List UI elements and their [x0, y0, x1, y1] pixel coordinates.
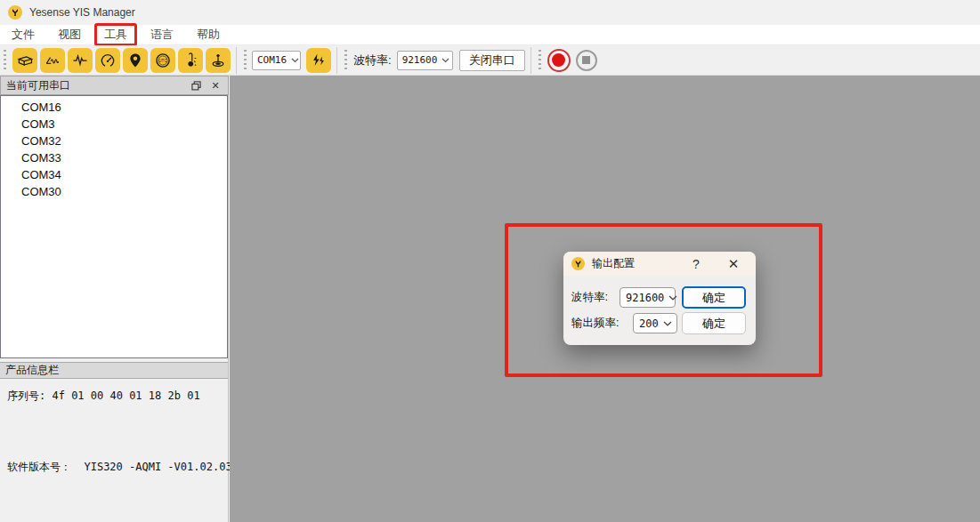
output-config-dialog: 输出配置 ? ✕ 波特率: 921600 确定 输出频率: 200 确定: [563, 252, 756, 345]
dialog-baud-value: 921600: [626, 292, 664, 304]
waveform-icon: [71, 52, 89, 69]
app-logo-icon: [571, 257, 585, 270]
dialog-baud-confirm-button[interactable]: 确定: [682, 286, 746, 309]
baud-rate-select[interactable]: 921600: [397, 51, 453, 70]
product-info-header: 产品信息栏: [0, 362, 228, 379]
menu-item-tools[interactable]: 工具: [93, 25, 139, 44]
port-list-item[interactable]: COM3: [1, 116, 227, 133]
angle-waveform-button[interactable]: [40, 48, 65, 73]
dock-panel-header: 当前可用串口 ✕: [0, 76, 229, 95]
dialog-baud-select[interactable]: 921600: [620, 287, 676, 308]
pressure-button[interactable]: [206, 48, 231, 73]
menu-item-view[interactable]: 视图: [46, 25, 93, 44]
stop-button[interactable]: [576, 50, 597, 71]
svg-text:UTC: UTC: [158, 58, 167, 62]
port-select-value: COM16: [257, 54, 287, 66]
chevron-down-icon: [441, 58, 450, 63]
port-select[interactable]: COM16: [252, 51, 301, 70]
port-list-item[interactable]: COM32: [1, 133, 227, 149]
serial-number-value: 4f 01 00 40 01 18 2b 01: [52, 389, 199, 402]
menu-item-help[interactable]: 帮助: [185, 25, 231, 44]
toolbar-grip[interactable]: [539, 50, 541, 71]
waveform-button[interactable]: [68, 48, 93, 73]
menu-bar: 文件 视图 工具 语言 帮助: [0, 25, 980, 45]
angle-waveform-icon: [44, 52, 61, 69]
toolbar-separator: [336, 47, 337, 74]
serial-ports-panel: 当前可用串口 ✕ COM16COM3COM32COM33COM34COM30 产…: [0, 76, 229, 522]
toolbar-grip[interactable]: [244, 50, 247, 71]
main-toolbar: UTC COM16 波特率: 921600 关闭串口: [0, 45, 980, 76]
dialog-help-button[interactable]: ?: [683, 252, 709, 276]
dialog-titlebar[interactable]: 输出配置 ? ✕: [563, 252, 756, 276]
cube-icon: [16, 52, 34, 69]
close-panel-button[interactable]: ✕: [208, 78, 223, 92]
float-icon: [191, 81, 201, 91]
location-pin-icon: [127, 52, 143, 68]
chevron-down-icon: [663, 321, 672, 326]
baud-rate-label: 波特率:: [353, 52, 392, 68]
close-port-button[interactable]: 关闭串口: [459, 50, 525, 71]
dialog-baud-label: 波特率:: [571, 287, 608, 308]
toolbar-grip[interactable]: [344, 50, 347, 71]
baud-rate-value: 921600: [402, 54, 438, 66]
dialog-close-button[interactable]: ✕: [720, 252, 747, 276]
dock-panel-title: 当前可用串口: [6, 78, 183, 93]
dialog-freq-value: 200: [639, 317, 659, 330]
dialog-freq-label: 输出频率:: [571, 313, 619, 333]
refresh-ports-button[interactable]: [306, 48, 331, 73]
menu-item-file[interactable]: 文件: [0, 25, 46, 44]
3d-model-button[interactable]: [12, 48, 37, 73]
stop-icon: [582, 56, 590, 64]
menu-item-language[interactable]: 语言: [139, 25, 185, 44]
dialog-freq-select[interactable]: 200: [633, 313, 677, 333]
window-titlebar: Yesense YIS Manager: [0, 0, 980, 25]
utc-clock-icon: UTC: [154, 52, 172, 69]
record-icon: [552, 53, 565, 67]
thermometer-icon: [182, 52, 199, 69]
port-list-item[interactable]: COM30: [1, 183, 227, 200]
chevron-down-icon: [668, 295, 677, 301]
gps-location-button[interactable]: [123, 48, 148, 73]
close-icon: ✕: [211, 80, 219, 92]
dialog-freq-confirm-button[interactable]: 确定: [682, 312, 746, 334]
window-title: Yesense YIS Manager: [29, 6, 135, 19]
temperature-button[interactable]: [178, 48, 203, 73]
serial-number-line: 序列号: 4f 01 00 40 01 18 2b 01: [7, 389, 200, 404]
port-list-item[interactable]: COM34: [1, 166, 227, 183]
float-panel-button[interactable]: [189, 78, 203, 92]
dialog-title: 输出配置: [592, 256, 635, 271]
software-version-line: 软件版本号： YIS320 -AQMI -V01.02.03;: [7, 460, 239, 475]
serial-number-label: 序列号:: [7, 389, 52, 402]
gauge-button[interactable]: [95, 48, 120, 73]
app-logo-icon: [8, 5, 22, 20]
toolbar-separator: [530, 47, 531, 74]
toolbar-separator: [236, 47, 237, 74]
gauge-icon: [99, 52, 117, 69]
software-version-label: 软件版本号：: [7, 461, 84, 473]
port-list-item[interactable]: COM16: [1, 99, 227, 116]
port-list-item[interactable]: COM33: [1, 149, 227, 166]
software-version-value: YIS320 -AQMI -V01.02.03;: [84, 461, 238, 473]
toolbar-grip[interactable]: [4, 50, 6, 71]
utc-clock-button[interactable]: UTC: [150, 48, 175, 73]
pressure-icon: [209, 52, 227, 69]
refresh-bolts-icon: [311, 52, 327, 68]
record-button[interactable]: [547, 49, 571, 72]
chevron-down-icon: [291, 58, 299, 63]
port-list: COM16COM3COM32COM33COM34COM30: [0, 95, 228, 358]
